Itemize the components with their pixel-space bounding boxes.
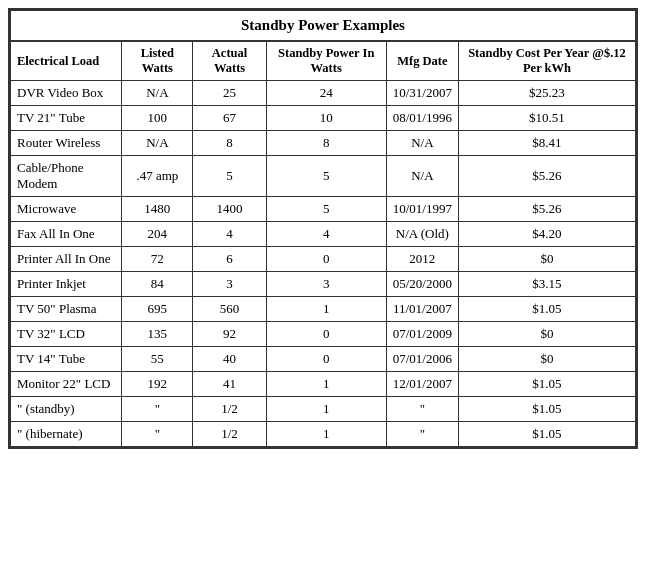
cell-listed: 135 xyxy=(122,322,193,347)
table-row: Fax All In One20444N/A (Old)$4.20 xyxy=(11,222,636,247)
cell-standby: 1 xyxy=(266,297,386,322)
cell-mfg: 08/01/1996 xyxy=(386,106,458,131)
cell-cost: $5.26 xyxy=(458,156,635,197)
cell-load: " (standby) xyxy=(11,397,122,422)
cell-listed: 100 xyxy=(122,106,193,131)
col-header-actual: Actual Watts xyxy=(193,41,266,81)
cell-listed: 192 xyxy=(122,372,193,397)
cell-load: TV 14" Tube xyxy=(11,347,122,372)
cell-listed: 204 xyxy=(122,222,193,247)
table-row: " (hibernate)"1/21"$1.05 xyxy=(11,422,636,447)
cell-load: TV 21" Tube xyxy=(11,106,122,131)
cell-listed: 1480 xyxy=(122,197,193,222)
cell-cost: $0 xyxy=(458,322,635,347)
cell-cost: $3.15 xyxy=(458,272,635,297)
cell-cost: $10.51 xyxy=(458,106,635,131)
cell-listed: " xyxy=(122,397,193,422)
cell-mfg: 05/20/2000 xyxy=(386,272,458,297)
cell-mfg: 10/31/2007 xyxy=(386,81,458,106)
cell-load: " (hibernate) xyxy=(11,422,122,447)
cell-mfg: " xyxy=(386,422,458,447)
cell-cost: $25.23 xyxy=(458,81,635,106)
table-row: DVR Video BoxN/A252410/31/2007$25.23 xyxy=(11,81,636,106)
cell-mfg: 11/01/2007 xyxy=(386,297,458,322)
cell-cost: $8.41 xyxy=(458,131,635,156)
cell-standby: 5 xyxy=(266,197,386,222)
cell-load: TV 32" LCD xyxy=(11,322,122,347)
cell-actual: 5 xyxy=(193,156,266,197)
cell-load: Router Wireless xyxy=(11,131,122,156)
cell-listed: 84 xyxy=(122,272,193,297)
cell-mfg: 07/01/2006 xyxy=(386,347,458,372)
cell-cost: $1.05 xyxy=(458,397,635,422)
cell-standby: 0 xyxy=(266,247,386,272)
cell-cost: $4.20 xyxy=(458,222,635,247)
cell-listed: 695 xyxy=(122,297,193,322)
table-row: TV 21" Tube100671008/01/1996$10.51 xyxy=(11,106,636,131)
cell-actual: 8 xyxy=(193,131,266,156)
cell-standby: 1 xyxy=(266,372,386,397)
cell-cost: $0 xyxy=(458,347,635,372)
cell-mfg: " xyxy=(386,397,458,422)
table-row: Microwave14801400510/01/1997$5.26 xyxy=(11,197,636,222)
table-row: TV 32" LCD13592007/01/2009$0 xyxy=(11,322,636,347)
cell-listed: 55 xyxy=(122,347,193,372)
col-header-standby: Standby Power In Watts xyxy=(266,41,386,81)
cell-load: Printer All In One xyxy=(11,247,122,272)
col-header-listed: Listed Watts xyxy=(122,41,193,81)
table-title-row: Standby Power Examples xyxy=(11,11,636,42)
cell-mfg: 07/01/2009 xyxy=(386,322,458,347)
cell-load: Cable/Phone Modem xyxy=(11,156,122,197)
table-row: " (standby)"1/21"$1.05 xyxy=(11,397,636,422)
cell-actual: 1400 xyxy=(193,197,266,222)
cell-actual: 560 xyxy=(193,297,266,322)
cell-actual: 1/2 xyxy=(193,422,266,447)
cell-cost: $5.26 xyxy=(458,197,635,222)
table-title: Standby Power Examples xyxy=(11,11,636,42)
cell-standby: 4 xyxy=(266,222,386,247)
table-row: Cable/Phone Modem.47 amp55N/A$5.26 xyxy=(11,156,636,197)
col-header-load: Electrical Load xyxy=(11,41,122,81)
cell-standby: 8 xyxy=(266,131,386,156)
cell-listed: .47 amp xyxy=(122,156,193,197)
cell-cost: $1.05 xyxy=(458,372,635,397)
cell-actual: 25 xyxy=(193,81,266,106)
col-header-mfg: Mfg Date xyxy=(386,41,458,81)
col-header-cost: Standby Cost Per Year @$.12 Per kWh xyxy=(458,41,635,81)
cell-mfg: N/A xyxy=(386,156,458,197)
cell-standby: 5 xyxy=(266,156,386,197)
cell-actual: 41 xyxy=(193,372,266,397)
table-row: Printer All In One72602012$0 xyxy=(11,247,636,272)
cell-listed: N/A xyxy=(122,131,193,156)
table-row: Monitor 22" LCD19241112/01/2007$1.05 xyxy=(11,372,636,397)
cell-standby: 0 xyxy=(266,322,386,347)
cell-listed: 72 xyxy=(122,247,193,272)
cell-load: Printer Inkjet xyxy=(11,272,122,297)
cell-cost: $1.05 xyxy=(458,297,635,322)
table-row: TV 50" Plasma695560111/01/2007$1.05 xyxy=(11,297,636,322)
table-header-row: Electrical Load Listed Watts Actual Watt… xyxy=(11,41,636,81)
cell-actual: 3 xyxy=(193,272,266,297)
table-row: TV 14" Tube5540007/01/2006$0 xyxy=(11,347,636,372)
cell-mfg: 2012 xyxy=(386,247,458,272)
cell-mfg: N/A xyxy=(386,131,458,156)
cell-standby: 0 xyxy=(266,347,386,372)
cell-mfg: N/A (Old) xyxy=(386,222,458,247)
cell-standby: 3 xyxy=(266,272,386,297)
cell-actual: 92 xyxy=(193,322,266,347)
cell-actual: 6 xyxy=(193,247,266,272)
cell-standby: 24 xyxy=(266,81,386,106)
cell-mfg: 12/01/2007 xyxy=(386,372,458,397)
cell-actual: 1/2 xyxy=(193,397,266,422)
cell-mfg: 10/01/1997 xyxy=(386,197,458,222)
cell-cost: $0 xyxy=(458,247,635,272)
cell-load: Microwave xyxy=(11,197,122,222)
cell-standby: 1 xyxy=(266,397,386,422)
cell-load: TV 50" Plasma xyxy=(11,297,122,322)
standby-power-table: Standby Power Examples Electrical Load L… xyxy=(8,8,638,449)
cell-actual: 67 xyxy=(193,106,266,131)
cell-standby: 10 xyxy=(266,106,386,131)
cell-actual: 40 xyxy=(193,347,266,372)
cell-load: Monitor 22" LCD xyxy=(11,372,122,397)
table-row: Printer Inkjet843305/20/2000$3.15 xyxy=(11,272,636,297)
